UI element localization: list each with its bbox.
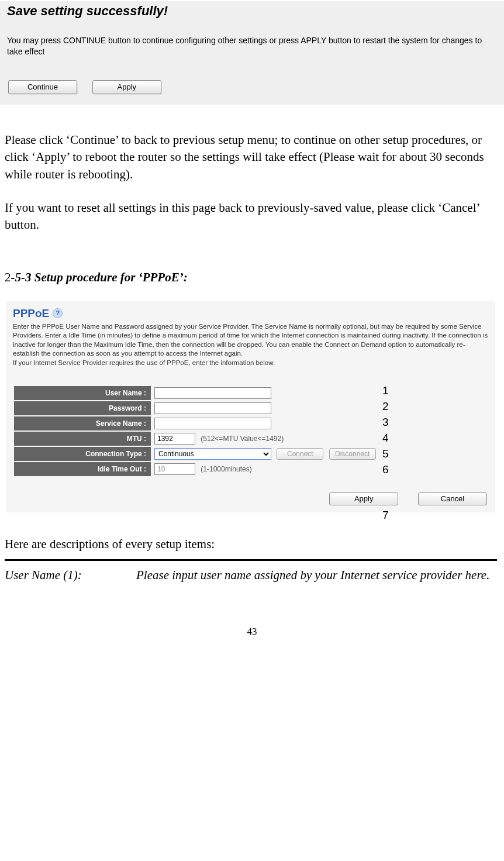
pppoe-form-table: User Name : Password : Service Name : MT… <box>13 385 387 477</box>
idle-time-out-input[interactable] <box>154 463 195 475</box>
section-heading: 2-5-3 Setup procedure for ‘PPPoE’: <box>5 270 504 285</box>
continue-button[interactable]: Continue <box>8 80 77 94</box>
mtu-input[interactable] <box>154 433 195 445</box>
mtu-label: MTU : <box>13 431 151 446</box>
password-label: Password : <box>13 401 151 416</box>
pppoe-title: PPPoE <box>13 307 49 320</box>
callout-6: 6 <box>382 462 389 477</box>
save-button-group: Continue Apply <box>8 78 497 94</box>
password-input[interactable] <box>154 402 271 414</box>
save-title: Save setting successfully! <box>7 4 497 19</box>
descriptions-intro: Here are descriptions of every setup ite… <box>5 536 498 553</box>
pppoe-panel: PPPoE ? Enter the PPPoE User Name and Pa… <box>6 301 495 513</box>
pppoe-form: User Name : Password : Service Name : MT… <box>13 385 488 505</box>
callout-5: 5 <box>382 446 389 462</box>
cancel-button[interactable]: Cancel <box>418 493 487 505</box>
pppoe-title-row: PPPoE ? <box>13 307 488 320</box>
section-heading-text: -5-3 Setup procedure for ‘PPPoE’: <box>11 270 188 284</box>
connect-button[interactable]: Connect <box>277 448 323 460</box>
apply-button-bottom[interactable]: Apply <box>329 493 398 505</box>
page-number: 43 <box>0 626 504 638</box>
mtu-hint: (512<=MTU Value<=1492) <box>201 435 284 443</box>
descriptions-separator <box>5 559 497 561</box>
callout-4: 4 <box>382 430 389 446</box>
idle-time-out-hint: (1-1000minutes) <box>201 465 251 473</box>
service-name-input[interactable] <box>154 418 271 429</box>
instruction-paragraph-1: Please click ‘Continue’ to back to previ… <box>5 132 492 183</box>
description-1-text: Please input user name assigned by your … <box>136 567 492 584</box>
callout-column: 1 2 3 4 5 6 <box>382 383 389 477</box>
save-setting-panel: Save setting successfully! You may press… <box>0 0 504 105</box>
callout-1: 1 <box>382 383 389 398</box>
idle-time-out-label: Idle Time Out : <box>13 462 151 477</box>
bottom-button-row: Apply Cancel <box>13 490 488 505</box>
callout-7: 7 <box>382 509 389 522</box>
callout-2: 2 <box>382 398 389 414</box>
callout-3: 3 <box>382 414 389 430</box>
connection-type-label: Connection Type : <box>13 446 151 462</box>
apply-button-top[interactable]: Apply <box>92 80 161 94</box>
help-icon[interactable]: ? <box>53 308 63 318</box>
instruction-paragraph-2: If you want to reset all settings in thi… <box>5 199 492 234</box>
disconnect-button[interactable]: Disconnect <box>329 448 376 460</box>
connection-type-select[interactable]: Continuous <box>154 448 271 460</box>
description-row-1: User Name (1): Please input user name as… <box>5 567 492 584</box>
section-heading-number: 2 <box>5 270 11 284</box>
user-name-input[interactable] <box>154 387 271 399</box>
service-name-label: Service Name : <box>13 416 151 431</box>
user-name-label: User Name : <box>13 385 151 401</box>
save-body-text: You may press CONTINUE button to continu… <box>7 35 497 57</box>
pppoe-description: Enter the PPPoE User Name and Password a… <box>13 322 488 368</box>
description-1-label: User Name (1): <box>5 567 136 584</box>
